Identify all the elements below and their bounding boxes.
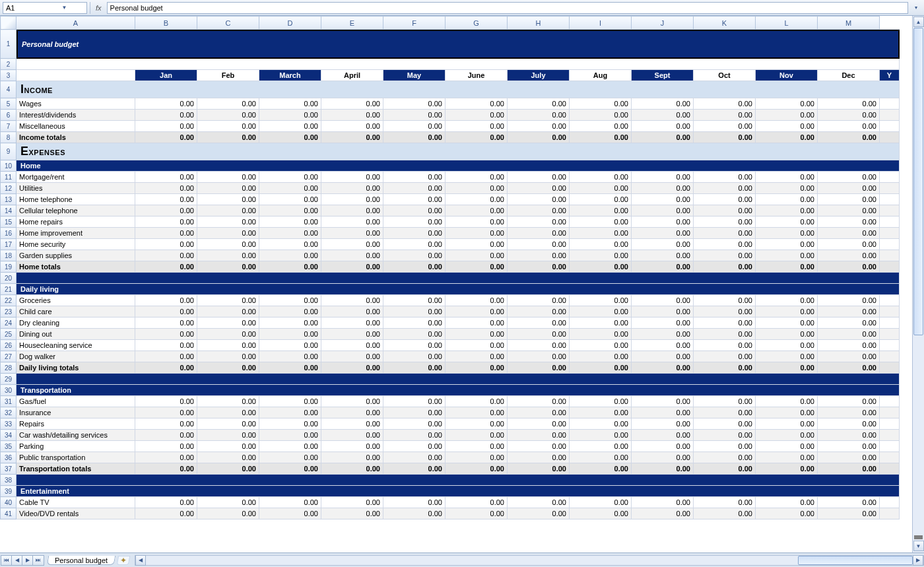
cell[interactable]: 0.00 xyxy=(694,396,756,407)
tab-nav-last-icon[interactable]: ⏭ xyxy=(32,555,44,566)
subsection-header[interactable]: Daily living xyxy=(16,284,900,295)
cell[interactable]: 0.00 xyxy=(818,340,880,351)
cell[interactable]: 0.00 xyxy=(383,441,446,452)
cell[interactable]: 0.00 xyxy=(383,362,446,374)
cell[interactable]: 0.00 xyxy=(259,250,321,261)
cell[interactable]: 0.00 xyxy=(446,172,508,183)
cell[interactable]: 0.00 xyxy=(135,441,197,452)
cell[interactable]: 0.00 xyxy=(321,508,383,519)
cell[interactable]: 0.00 xyxy=(446,407,508,418)
cell[interactable]: 0.00 xyxy=(756,132,818,143)
cell[interactable]: 0.00 xyxy=(446,317,508,329)
cell[interactable]: 0.00 xyxy=(570,132,632,143)
cell[interactable]: 0.00 xyxy=(508,228,570,239)
cell[interactable]: 0.00 xyxy=(570,250,632,261)
cell[interactable]: 0.00 xyxy=(508,217,570,228)
cell[interactable]: 0.00 xyxy=(259,228,321,239)
cell[interactable]: 0.00 xyxy=(383,183,446,194)
column-header[interactable]: H xyxy=(508,17,570,30)
section-header[interactable]: INCOME xyxy=(16,81,900,98)
horizontal-scrollbar[interactable]: ◀ ▶ xyxy=(135,555,924,566)
fx-label[interactable]: fx xyxy=(93,4,104,12)
row-label[interactable]: Repairs xyxy=(16,418,135,430)
cell[interactable]: 0.00 xyxy=(508,452,570,463)
cell[interactable]: 0.00 xyxy=(321,452,383,463)
cell[interactable]: 0.00 xyxy=(321,250,383,261)
cell[interactable]: 0.00 xyxy=(570,463,632,475)
cell[interactable]: 0.00 xyxy=(570,110,632,121)
cell[interactable]: 0.00 xyxy=(694,132,756,143)
cell[interactable]: 0.00 xyxy=(135,172,197,183)
cell[interactable]: 0.00 xyxy=(818,205,880,217)
cell[interactable]: 0.00 xyxy=(446,508,508,519)
cell[interactable]: 0.00 xyxy=(446,194,508,205)
cell[interactable]: 0.00 xyxy=(259,407,321,418)
row-header[interactable]: 37 xyxy=(1,463,16,475)
scroll-down-icon[interactable]: ▼ xyxy=(913,541,924,551)
column-header[interactable]: G xyxy=(446,17,508,30)
name-box-dropdown-icon[interactable]: ▼ xyxy=(45,3,84,13)
subsection-header[interactable]: Entertainment xyxy=(16,486,900,497)
cell[interactable]: 0.00 xyxy=(135,295,197,306)
cell[interactable]: 0.00 xyxy=(135,452,197,463)
cell[interactable]: 0.00 xyxy=(694,508,756,519)
cell[interactable]: 0.00 xyxy=(694,306,756,317)
row-header[interactable]: 32 xyxy=(1,407,16,418)
cell[interactable]: 0.00 xyxy=(197,98,259,110)
row-header[interactable]: 36 xyxy=(1,452,16,463)
row-header[interactable]: 20 xyxy=(1,273,16,284)
cell[interactable]: 0.00 xyxy=(756,441,818,452)
cell[interactable]: 0.00 xyxy=(818,396,880,407)
cell[interactable]: 0.00 xyxy=(570,172,632,183)
cell[interactable]: 0.00 xyxy=(197,172,259,183)
row-header[interactable]: 41 xyxy=(1,508,16,519)
row-label[interactable]: Home improvement xyxy=(16,228,135,239)
cell[interactable]: 0.00 xyxy=(259,317,321,329)
cell[interactable]: 0.00 xyxy=(818,172,880,183)
vscroll-thumb[interactable] xyxy=(913,28,923,335)
cell[interactable]: 0.00 xyxy=(135,306,197,317)
cell[interactable]: 0.00 xyxy=(818,250,880,261)
cell[interactable]: 0.00 xyxy=(446,497,508,508)
cell[interactable]: 0.00 xyxy=(632,430,694,441)
cell[interactable]: 0.00 xyxy=(756,340,818,351)
cell[interactable]: 0.00 xyxy=(694,497,756,508)
cell[interactable]: 0.00 xyxy=(818,239,880,250)
cell[interactable]: 0.00 xyxy=(632,407,694,418)
cell[interactable]: 0.00 xyxy=(632,317,694,329)
month-header[interactable]: June xyxy=(446,70,508,81)
column-header[interactable]: I xyxy=(570,17,632,30)
cell[interactable]: 0.00 xyxy=(321,340,383,351)
spreadsheet-grid[interactable]: ABCDEFGHIJKLM1Personal budget23JanFebMar… xyxy=(0,16,900,519)
cell[interactable]: 0.00 xyxy=(818,98,880,110)
name-box[interactable]: A1 ▼ xyxy=(3,2,87,14)
cell[interactable]: 0.00 xyxy=(756,194,818,205)
cell[interactable]: 0.00 xyxy=(508,98,570,110)
month-header[interactable]: April xyxy=(321,70,383,81)
row-label[interactable]: Home totals xyxy=(16,261,135,273)
cell[interactable]: 0.00 xyxy=(446,362,508,374)
cell[interactable]: 0.00 xyxy=(135,250,197,261)
cell[interactable]: 0.00 xyxy=(259,508,321,519)
cell[interactable]: 0.00 xyxy=(197,250,259,261)
cell[interactable]: 0.00 xyxy=(508,172,570,183)
cell[interactable]: 0.00 xyxy=(383,228,446,239)
cell[interactable]: 0.00 xyxy=(818,407,880,418)
cell[interactable]: 0.00 xyxy=(508,121,570,132)
cell[interactable]: 0.00 xyxy=(570,217,632,228)
cell[interactable]: 0.00 xyxy=(694,441,756,452)
scroll-right-icon[interactable]: ▶ xyxy=(913,555,923,566)
cell[interactable]: 0.00 xyxy=(383,121,446,132)
row-label[interactable]: Public transportation xyxy=(16,452,135,463)
row-header[interactable]: 29 xyxy=(1,374,16,385)
cell[interactable]: 0.00 xyxy=(818,362,880,374)
cell[interactable]: 0.00 xyxy=(135,194,197,205)
cell[interactable]: 0.00 xyxy=(632,418,694,430)
cell[interactable]: 0.00 xyxy=(694,121,756,132)
month-header[interactable]: Feb xyxy=(197,70,259,81)
column-header[interactable]: F xyxy=(383,17,446,30)
cell[interactable]: 0.00 xyxy=(818,121,880,132)
cell[interactable]: 0.00 xyxy=(197,441,259,452)
cell[interactable]: 0.00 xyxy=(321,194,383,205)
cell[interactable]: 0.00 xyxy=(508,194,570,205)
